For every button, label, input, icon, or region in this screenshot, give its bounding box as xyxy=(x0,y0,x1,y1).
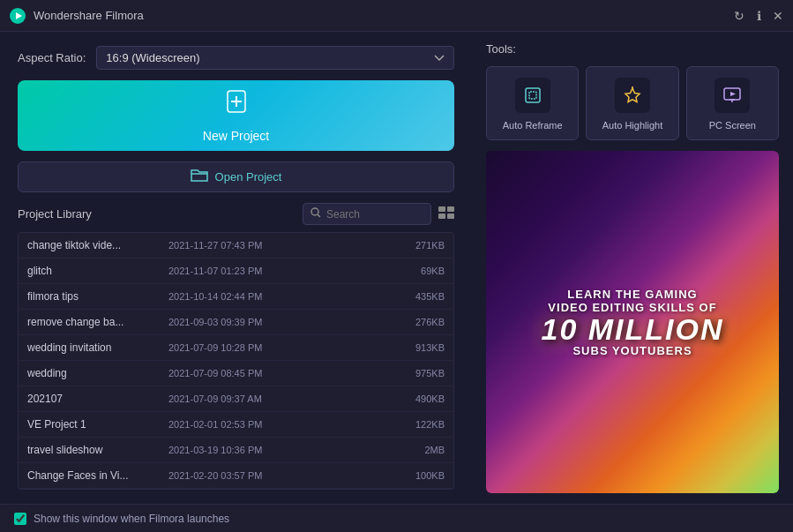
project-date: 2021-07-09 09:37 AM xyxy=(168,393,392,404)
auto-highlight-icon xyxy=(615,78,650,113)
svg-line-6 xyxy=(318,214,320,217)
project-name: glitch xyxy=(27,265,168,277)
project-list-item[interactable]: change tiktok vide... 2021-11-27 07:43 P… xyxy=(19,233,453,259)
auto-highlight-label: Auto Highlight xyxy=(602,120,663,131)
project-date: 2021-03-19 10:36 PM xyxy=(168,445,392,455)
project-list-item[interactable]: 202107 2021-07-09 09:37 AM 490KB xyxy=(19,386,453,412)
new-project-icon xyxy=(222,87,251,122)
banner-line3: SUBS YOUTUBERS xyxy=(572,344,692,357)
library-header: Project Library xyxy=(18,203,454,225)
project-date: 2021-02-01 02:53 PM xyxy=(168,419,392,430)
project-name: travel slideshow xyxy=(27,444,168,456)
project-list: change tiktok vide... 2021-11-27 07:43 P… xyxy=(18,232,454,490)
auto-reframe-label: Auto Reframe xyxy=(503,120,563,131)
search-input[interactable] xyxy=(326,208,423,221)
auto-reframe-icon xyxy=(515,78,550,113)
project-date: 2021-11-07 01:23 PM xyxy=(168,266,392,276)
tool-card-pc-screen[interactable]: PC Screen xyxy=(686,66,779,140)
show-window-label: Show this window when Filmora launches xyxy=(34,513,229,525)
search-box xyxy=(303,203,431,225)
tools-label: Tools: xyxy=(486,42,779,56)
project-size: 69KB xyxy=(392,266,445,276)
pc-screen-icon xyxy=(714,78,750,113)
show-window-checkbox[interactable] xyxy=(14,513,26,525)
project-date: 2021-07-09 08:45 PM xyxy=(168,368,392,378)
project-name: 202107 xyxy=(27,393,168,405)
svg-rect-12 xyxy=(529,92,536,99)
tool-card-auto-reframe[interactable]: Auto Reframe xyxy=(486,66,579,140)
project-size: 913KB xyxy=(392,342,445,353)
left-panel: Aspect Ratio: 16:9 (Widescreen) New Proj… xyxy=(0,32,472,504)
project-date: 2021-10-14 02:44 PM xyxy=(168,291,392,302)
project-name: wedding invitation xyxy=(27,341,168,354)
project-library-section: Project Library xyxy=(18,203,454,490)
project-name: wedding xyxy=(27,367,168,379)
project-size: 100KB xyxy=(392,470,445,481)
project-size: 490KB xyxy=(392,393,445,404)
bottom-bar: Show this window when Filmora launches xyxy=(0,504,793,532)
new-project-button[interactable]: New Project xyxy=(18,80,454,151)
project-list-item[interactable]: filmora tips 2021-10-14 02:44 PM 435KB xyxy=(19,284,453,310)
library-title: Project Library xyxy=(18,207,92,221)
main-content: Aspect Ratio: 16:9 (Widescreen) New Proj… xyxy=(0,32,793,504)
project-size: 122KB xyxy=(392,419,445,430)
banner-line1: LEARN THE GAMING xyxy=(567,288,697,301)
open-project-label: Open Project xyxy=(215,170,282,184)
close-button[interactable]: ✕ xyxy=(772,10,784,22)
svg-rect-7 xyxy=(438,206,445,212)
project-date: 2021-11-27 07:43 PM xyxy=(168,240,392,251)
new-project-label: New Project xyxy=(203,129,269,143)
project-name: Change Faces in Vi... xyxy=(27,469,168,482)
open-project-button[interactable]: Open Project xyxy=(18,161,454,192)
project-list-item[interactable]: travel slideshow 2021-03-19 10:36 PM 2MB xyxy=(19,438,453,463)
project-date: 2021-07-09 10:28 PM xyxy=(168,342,392,353)
project-name: remove change ba... xyxy=(27,316,168,328)
project-size: 435KB xyxy=(392,291,445,302)
project-size: 271KB xyxy=(392,240,445,251)
project-name: filmora tips xyxy=(27,290,168,303)
tools-grid: Auto Reframe Auto Highlight PC Screen xyxy=(486,66,779,140)
project-size: 276KB xyxy=(392,317,445,327)
project-date: 2021-09-03 09:39 PM xyxy=(168,317,392,327)
project-size: 2MB xyxy=(392,445,445,455)
tool-card-auto-highlight[interactable]: Auto Highlight xyxy=(586,66,678,140)
aspect-ratio-row: Aspect Ratio: 16:9 (Widescreen) xyxy=(18,46,454,70)
aspect-ratio-select[interactable]: 16:9 (Widescreen) xyxy=(96,46,454,70)
project-list-item[interactable]: VE Project 1 2021-02-01 02:53 PM 122KB xyxy=(19,412,453,438)
project-date: 2021-02-20 03:57 PM xyxy=(168,470,392,481)
title-bar: Wondershare Filmora ↻ ℹ ✕ xyxy=(0,0,793,32)
svg-rect-8 xyxy=(447,206,454,212)
project-name: VE Project 1 xyxy=(27,418,168,431)
aspect-ratio-label: Aspect Ratio: xyxy=(18,51,86,64)
svg-rect-10 xyxy=(447,214,454,219)
svg-marker-18 xyxy=(730,92,736,96)
open-folder-icon xyxy=(191,168,208,185)
right-panel: Tools: Auto Reframe Auto Highlight PC Sc… xyxy=(472,32,793,504)
library-controls xyxy=(303,203,454,225)
project-list-item[interactable]: remove change ba... 2021-09-03 09:39 PM … xyxy=(19,310,453,335)
project-name: change tiktok vide... xyxy=(27,239,168,251)
banner-container: LEARN THE GAMING VIDEO EDITING SKILLS OF… xyxy=(486,151,779,493)
view-toggle-button[interactable] xyxy=(438,206,454,222)
banner-million: 10 MILLION xyxy=(541,314,723,344)
pc-screen-label: PC Screen xyxy=(709,120,756,131)
project-size: 975KB xyxy=(392,368,445,378)
app-logo xyxy=(9,7,26,25)
refresh-button[interactable]: ↻ xyxy=(733,10,745,22)
project-list-item[interactable]: Change Faces in Vi... 2021-02-20 03:57 P… xyxy=(19,463,453,489)
project-list-item[interactable]: glitch 2021-11-07 01:23 PM 69KB xyxy=(19,259,453,284)
project-list-item[interactable]: wedding invitation 2021-07-09 10:28 PM 9… xyxy=(19,335,453,361)
svg-marker-13 xyxy=(625,88,640,102)
svg-rect-11 xyxy=(526,88,540,102)
window-controls: ↻ ℹ ✕ xyxy=(733,10,784,22)
banner-overlay: LEARN THE GAMING VIDEO EDITING SKILLS OF… xyxy=(486,151,779,493)
search-icon xyxy=(310,207,321,221)
svg-rect-9 xyxy=(438,214,445,219)
info-button[interactable]: ℹ xyxy=(752,10,765,22)
app-title: Wondershare Filmora xyxy=(34,9,733,22)
svg-point-5 xyxy=(311,208,318,215)
project-list-item[interactable]: wedding 2021-07-09 08:45 PM 975KB xyxy=(19,361,453,386)
